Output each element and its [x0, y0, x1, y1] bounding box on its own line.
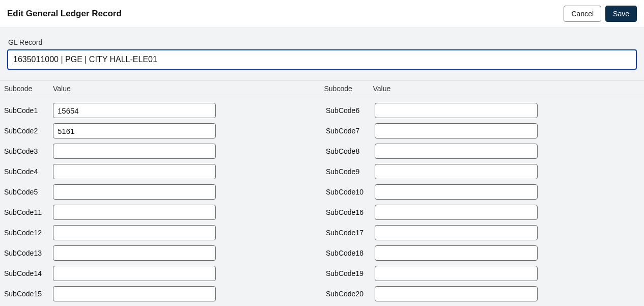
subcode-value-cell: [375, 245, 538, 261]
subcode-value-input[interactable]: [53, 123, 216, 138]
subcode-label: SubCode12: [4, 229, 53, 237]
gl-record-section: GL Record: [0, 28, 644, 80]
subcode-value-cell: [375, 103, 538, 118]
subcode-value-input[interactable]: [375, 245, 538, 261]
subcode-label: SubCode7: [326, 127, 375, 135]
subcode-table: Subcode Value Subcode Value SubCode1SubC…: [0, 80, 644, 304]
subcode-value-input[interactable]: [53, 225, 216, 240]
content-area: GL Record Subcode Value Subcode Value Su…: [0, 28, 644, 306]
table-row: SubCode11SubCode16: [4, 202, 644, 222]
subcode-label: SubCode19: [326, 269, 375, 277]
save-button[interactable]: Save: [605, 6, 637, 22]
subcode-value-input[interactable]: [375, 225, 538, 240]
subcode-label: SubCode16: [326, 208, 375, 216]
subcode-label: SubCode20: [326, 290, 375, 298]
table-row: SubCode12SubCode17: [4, 222, 644, 243]
table-row: SubCode1SubCode6: [4, 100, 644, 121]
table-header: Subcode Value Subcode Value: [0, 80, 644, 97]
subcode-value-cell: [53, 245, 216, 261]
subcode-value-cell: [375, 184, 538, 200]
subcode-value-cell: [53, 144, 216, 159]
subcode-value-input[interactable]: [375, 184, 538, 200]
subcode-value-input[interactable]: [375, 286, 538, 301]
subcode-label: SubCode13: [4, 249, 53, 257]
subcode-value-cell: [53, 164, 216, 179]
subcode-value-cell: [53, 266, 216, 281]
table-row: SubCode14SubCode19: [4, 263, 644, 284]
subcode-value-input[interactable]: [53, 164, 216, 179]
cancel-button[interactable]: Cancel: [564, 6, 601, 22]
subcode-value-cell: [53, 205, 216, 220]
table-row: SubCode4SubCode9: [4, 161, 644, 182]
gl-record-label: GL Record: [8, 38, 637, 46]
header-actions: Cancel Save: [564, 6, 637, 22]
table-row: SubCode5SubCode10: [4, 182, 644, 202]
subcode-value-input[interactable]: [53, 245, 216, 261]
page-title: Edit General Ledger Record: [7, 9, 122, 19]
subcode-value-input[interactable]: [53, 103, 216, 118]
table-row: SubCode2SubCode7: [4, 121, 644, 141]
subcode-label: SubCode14: [4, 269, 53, 277]
subcode-value-cell: [53, 286, 216, 301]
subcode-value-cell: [53, 225, 216, 240]
subcode-label: SubCode4: [4, 168, 53, 176]
subcode-value-cell: [53, 184, 216, 200]
table-row: SubCode3SubCode8: [4, 141, 644, 161]
subcode-value-input[interactable]: [53, 184, 216, 200]
subcode-value-cell: [375, 266, 538, 281]
subcode-label: SubCode6: [326, 106, 375, 115]
subcode-label: SubCode8: [326, 147, 375, 155]
subcode-label: SubCode11: [4, 208, 53, 216]
subcode-value-input[interactable]: [53, 286, 216, 301]
subcode-value-cell: [53, 103, 216, 118]
subcode-label: SubCode9: [326, 168, 375, 176]
subcode-value-cell: [375, 225, 538, 240]
header-subcode-right: Subcode: [324, 85, 373, 93]
subcode-value-input[interactable]: [375, 205, 538, 220]
subcode-label: SubCode1: [4, 106, 53, 115]
subcode-value-input[interactable]: [375, 123, 538, 138]
subcode-label: SubCode3: [4, 147, 53, 155]
subcode-value-input[interactable]: [53, 205, 216, 220]
subcode-label: SubCode5: [4, 188, 53, 196]
subcode-value-cell: [375, 144, 538, 159]
subcode-value-input[interactable]: [53, 144, 216, 159]
subcode-value-cell: [375, 123, 538, 138]
page-header: Edit General Ledger Record Cancel Save: [0, 0, 644, 28]
subcode-value-cell: [375, 286, 538, 301]
subcode-value-input[interactable]: [375, 164, 538, 179]
subcode-value-input[interactable]: [53, 266, 216, 281]
subcode-value-input[interactable]: [375, 103, 538, 118]
subcode-label: SubCode18: [326, 249, 375, 257]
subcode-label: SubCode17: [326, 229, 375, 237]
gl-record-input[interactable]: [7, 49, 637, 70]
header-value-left: Value: [53, 85, 324, 93]
subcode-value-cell: [53, 123, 216, 138]
header-value-right: Value: [373, 85, 645, 93]
table-row: SubCode13SubCode18: [4, 243, 644, 263]
subcode-value-input[interactable]: [375, 266, 538, 281]
table-row: SubCode15SubCode20: [4, 284, 644, 304]
subcode-value-cell: [375, 205, 538, 220]
header-subcode-left: Subcode: [4, 85, 53, 93]
subcode-value-input[interactable]: [375, 144, 538, 159]
subcode-value-cell: [375, 164, 538, 179]
subcode-label: SubCode10: [326, 188, 375, 196]
subcode-label: SubCode2: [4, 127, 53, 135]
subcode-label: SubCode15: [4, 290, 53, 298]
table-rows: SubCode1SubCode6SubCode2SubCode7SubCode3…: [0, 97, 644, 304]
